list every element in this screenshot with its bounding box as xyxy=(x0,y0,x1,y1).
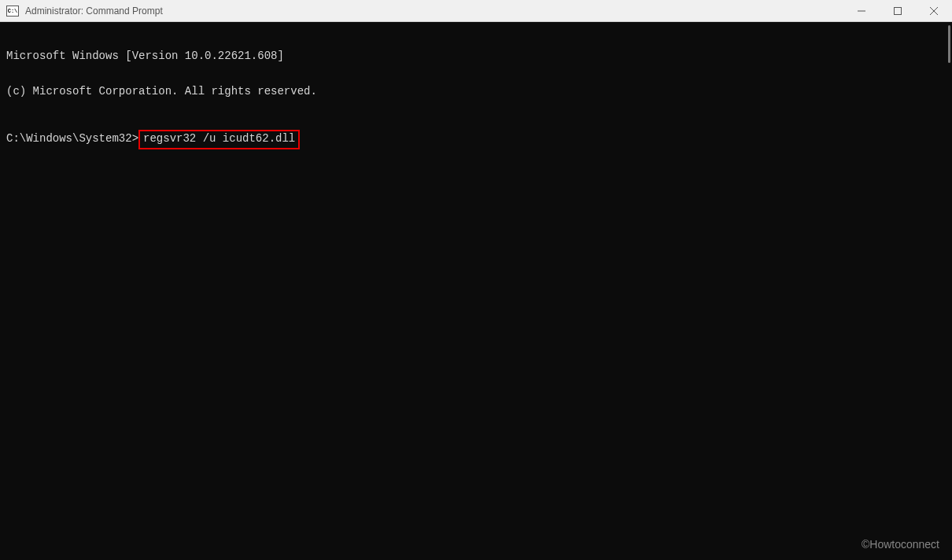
terminal-prompt: C:\Windows\System32> xyxy=(6,133,138,146)
minimize-button[interactable] xyxy=(843,0,880,22)
terminal-output-line: Microsoft Windows [Version 10.0.22621.60… xyxy=(6,50,946,62)
maximize-button[interactable] xyxy=(880,0,916,22)
cmd-icon: C:\ xyxy=(6,6,19,17)
watermark: ©Howtoconnect xyxy=(862,538,939,551)
window-controls xyxy=(843,0,952,21)
titlebar: C:\ Administrator: Command Prompt xyxy=(0,0,952,22)
cmd-icon-label: C:\ xyxy=(8,8,18,14)
window-title: Administrator: Command Prompt xyxy=(25,6,843,17)
terminal-command: regsvr32 /u icudt62.dll xyxy=(143,132,295,145)
terminal-output-line: (c) Microsoft Corporation. All rights re… xyxy=(6,86,946,98)
scrollbar-thumb[interactable] xyxy=(948,25,950,63)
svg-rect-1 xyxy=(895,8,902,15)
command-highlight: regsvr32 /u icudt62.dll xyxy=(138,130,300,149)
terminal-area[interactable]: Microsoft Windows [Version 10.0.22621.60… xyxy=(0,22,952,560)
close-button[interactable] xyxy=(916,0,952,22)
